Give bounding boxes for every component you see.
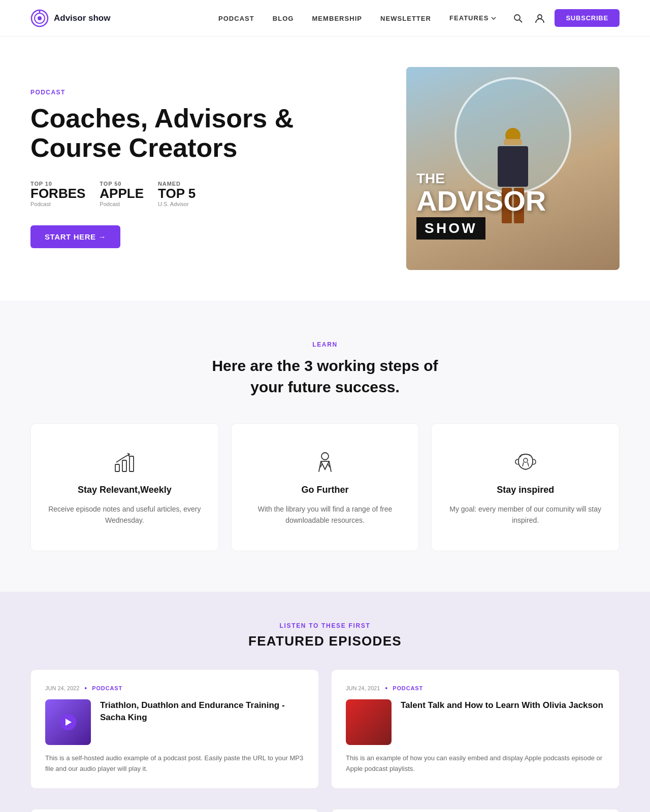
badge-apple: TOP 50 APPLE Podcast: [100, 181, 144, 207]
user-icon: [534, 13, 545, 24]
ep2-date: JUN 24, 2021: [346, 685, 380, 691]
nav-features[interactable]: FEATURES: [449, 14, 497, 22]
learn-cards: Stay Relevant,Weekly Receive episode not…: [30, 423, 620, 551]
hero-title: Coaches, Advisors & Course Creators: [30, 104, 376, 162]
site-name: Advisor show: [54, 13, 110, 23]
card-further-title: Go Further: [301, 485, 348, 495]
card-further: Go Further With the library you will fin…: [231, 423, 419, 551]
episode-card-3: JUN 24, 2021 • PODCAST: [30, 809, 319, 812]
nav-membership[interactable]: MEMBERSHIP: [312, 15, 363, 22]
episode-card-2: JUN 24, 2021 • PODCAST Talent Talk and H…: [331, 669, 620, 789]
search-icon: [513, 13, 523, 23]
learn-tag: LEARN: [30, 341, 620, 348]
ep2-meta: JUN 24, 2021 • PODCAST: [346, 684, 605, 692]
svg-rect-9: [129, 456, 134, 471]
card-relevant-title: Stay Relevant,Weekly: [78, 485, 172, 495]
hero-image: THE ADVISOR SHOW: [406, 67, 620, 270]
hero-badges: TOP 10 FORBES Podcast TOP 50 APPLE Podca…: [30, 181, 376, 207]
nav-podcast[interactable]: PODCAST: [218, 15, 254, 22]
ep1-body: Triathlon, Duathlon and Endurance Traini…: [45, 699, 304, 745]
svg-point-2: [38, 16, 42, 20]
chart-icon: [110, 448, 139, 477]
nav-blog[interactable]: BLOG: [273, 15, 294, 22]
ep1-title: Triathlon, Duathlon and Endurance Traini…: [100, 699, 304, 724]
start-here-button[interactable]: START HERE →: [30, 225, 120, 248]
brain-icon: [511, 448, 540, 477]
badge-forbes: TOP 10 FORBES Podcast: [30, 181, 85, 207]
ep2-thumbnail: [346, 699, 392, 745]
logo-link[interactable]: Advisor show: [30, 9, 110, 27]
nav-actions: SUBSCRIBE: [511, 9, 620, 27]
featured-title: FEATURED EPISODES: [30, 633, 620, 649]
ep2-body: Talent Talk and How to Learn With Olivia…: [346, 699, 605, 745]
card-inspired-title: Stay inspired: [497, 485, 554, 495]
ep2-title: Talent Talk and How to Learn With Olivia…: [401, 699, 603, 712]
ep1-tag: PODCAST: [92, 685, 122, 691]
search-button[interactable]: [511, 11, 525, 25]
chevron-down-icon: [491, 15, 497, 21]
svg-point-4: [514, 15, 520, 20]
card-relevant-desc: Receive episode notes and useful article…: [47, 503, 202, 526]
ep2-desc: This is an example of how you can easily…: [346, 753, 605, 774]
nav-links: PODCAST BLOG MEMBERSHIP NEWSLETTER FEATU…: [218, 14, 497, 23]
card-inspired: Stay inspired My goal: every member of o…: [431, 423, 620, 551]
subscribe-button[interactable]: SUBSCRIBE: [555, 9, 620, 27]
svg-point-6: [538, 15, 542, 19]
card-relevant: Stay Relevant,Weekly Receive episode not…: [30, 423, 219, 551]
featured-tag: LISTEN TO THESE FIRST: [30, 622, 620, 629]
svg-rect-8: [122, 460, 126, 471]
ep2-tag: PODCAST: [393, 685, 423, 691]
card-inspired-desc: My goal: every member of our comunity wi…: [448, 503, 603, 526]
learn-title: Here are the 3 working steps of your fut…: [198, 355, 452, 398]
navbar: Advisor show PODCAST BLOG MEMBERSHIP NEW…: [0, 0, 650, 37]
ep1-meta: JUN 24, 2022 • PODCAST: [45, 684, 304, 692]
logo-icon: [30, 9, 49, 27]
episode-card-4: JUN 24, 2020 • PODCAST: [331, 809, 620, 812]
episode-card-1: JUN 24, 2022 • PODCAST Triathlon, Duathl…: [30, 669, 319, 789]
hero-tag: PODCAST: [30, 89, 376, 96]
featured-header: LISTEN TO THESE FIRST FEATURED EPISODES: [30, 622, 620, 649]
card-further-desc: With the library you will find a range o…: [248, 503, 403, 526]
person-icon: [311, 448, 339, 477]
svg-point-11: [524, 458, 528, 462]
ep1-thumbnail: [45, 699, 91, 745]
ep1-date: JUN 24, 2022: [45, 685, 79, 691]
featured-section: LISTEN TO THESE FIRST FEATURED EPISODES …: [0, 592, 650, 809]
user-button[interactable]: [532, 11, 547, 26]
hero-section: PODCAST Coaches, Advisors & Course Creat…: [0, 37, 650, 300]
nav-newsletter[interactable]: NEWSLETTER: [380, 15, 431, 22]
hero-overlay-content: THE ADVISOR SHOW: [416, 171, 609, 240]
svg-point-10: [321, 453, 329, 460]
more-episodes: JUN 24, 2021 • PODCAST JUN 24, 2020 • PO…: [0, 809, 650, 812]
ep1-play-button[interactable]: [60, 714, 76, 730]
episodes-grid: JUN 24, 2022 • PODCAST Triathlon, Duathl…: [30, 669, 620, 789]
learn-section: LEARN Here are the 3 working steps of yo…: [0, 300, 650, 592]
badge-top5: NAMED TOP 5 U.S. Advisor: [158, 181, 196, 207]
svg-line-5: [519, 20, 522, 22]
ep1-desc: This is a self-hosted audio example of a…: [45, 753, 304, 774]
svg-rect-7: [115, 464, 119, 471]
hero-content: PODCAST Coaches, Advisors & Course Creat…: [30, 89, 376, 248]
